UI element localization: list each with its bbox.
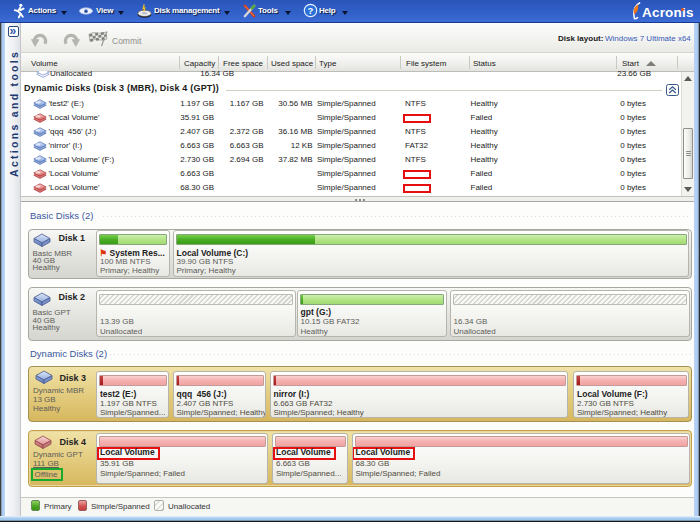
svg-text:?: ? bbox=[308, 5, 314, 16]
